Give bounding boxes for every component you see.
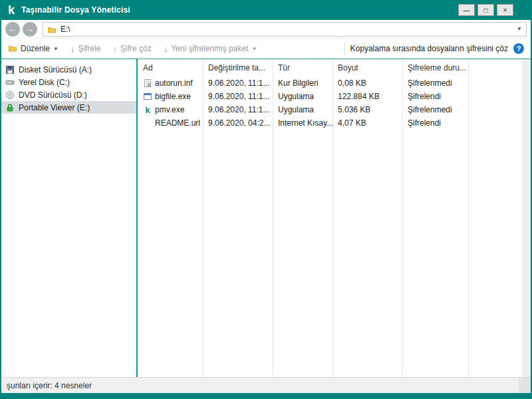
package-arrow-icon: ↓ [164,45,168,53]
main-area: Disket Sürücüsü (A:) Yerel Disk (C:) DVD… [1,59,531,377]
file-modified: 9.06.2020, 11:1... [203,78,273,88]
app-window: k Taşınabilir Dosya Yöneticisi — □ × ← →… [0,0,532,399]
file-modified: 9.06.2020, 11:1... [203,92,273,101]
file-row-bigfile[interactable]: bigfile.exe 9.06.2020, 11:1... Uygulama … [138,90,523,103]
file-name: README.url [155,118,200,128]
file-encryption-status: Şifrelenmedi [402,105,468,114]
edit-menu-button[interactable]: Düzenle ▼ [8,44,59,53]
chevron-down-icon: ▼ [251,46,257,52]
hard-disk-icon [5,78,15,87]
file-name-cell: autorun.inf [138,78,203,88]
file-name: bigfile.exe [155,92,191,101]
file-name: autorun.inf [155,78,193,88]
minimize-button[interactable]: — [458,4,475,16]
file-encryption-status: Şifrelenmedi [402,78,468,88]
file-type: Uygulama [273,105,332,114]
kaspersky-logo-icon: k [8,4,15,16]
sidebar-item-dvd-d[interactable]: DVD Sürücüsü (D:) [1,88,136,101]
sidebar-item-label: Portable Viewer (E:) [19,103,90,112]
file-name-cell: bigfile.exe [138,92,203,101]
address-path: E:\ [61,25,70,34]
file-size: 4,07 KB [332,118,402,128]
inf-file-icon [143,78,152,88]
file-encryption-status: Şifrelendi [402,92,468,101]
encrypt-arrow-icon: ↓ [70,45,75,53]
file-row-autorun[interactable]: autorun.inf 9.06.2020, 11:1... Kur Bilgi… [138,76,523,90]
file-size: 0,08 KB [332,78,402,88]
file-type: Internet Kısay... [273,118,332,128]
new-encrypted-package-button[interactable]: ↓ Yeni şifrelenmiş paket ▼ [164,44,257,53]
decrypt-arrow-icon: ↑ [112,45,117,53]
file-name-cell: k pmv.exe [138,105,203,114]
file-row-pmv[interactable]: k pmv.exe 9.06.2020, 11:1... Uygulama 5.… [138,103,523,116]
address-dropdown-icon[interactable]: ▼ [517,26,522,32]
file-size: 122.884 KB [332,92,402,101]
dvd-drive-icon [5,90,15,100]
edit-menu-label: Düzenle [21,44,50,53]
sidebar-item-portable-e[interactable]: Portable Viewer (E:) [1,101,136,114]
kaspersky-app-icon: k [143,106,152,114]
encrypt-button[interactable]: ↓ Şifrele [70,44,101,53]
sidebar-item-label: DVD Sürücüsü (D:) [19,90,87,100]
close-button[interactable]: × [497,4,513,16]
file-size: 5.036 KB [332,105,402,114]
toolbar-separator [344,42,345,55]
help-icon[interactable]: ? [513,43,524,54]
status-bar: şunları içerir: 4 nesneler [1,377,531,393]
decrypt-button[interactable]: ↑ Şifre çöz [112,44,151,53]
file-modified: 9.06.2020, 04:2... [203,118,273,128]
file-list-header: Ad Değiştirilme ta... Tür Boyut Şifrelem… [138,59,523,76]
folder-icon [8,44,17,53]
resize-grip[interactable] [519,378,531,393]
sidebar-item-label: Disket Sürücüsü (A:) [19,65,92,74]
lock-icon [5,103,15,112]
toolbar: Düzenle ▼ ↓ Şifrele ↑ Şifre çöz ↓ Yeni ş… [1,39,531,59]
column-header-size[interactable]: Boyut [332,63,402,72]
column-header-encryption[interactable]: Şifreleme duru... [402,63,468,72]
toolbar-right-group: Kopyalama sırasında dosyaların şifresini… [344,42,524,55]
new-encrypted-package-label: Yeni şifrelenmiş paket [171,44,248,53]
file-type: Kur Bilgileri [273,78,332,88]
column-header-name[interactable]: Ad [138,63,203,72]
file-row-readme[interactable]: README.url 9.06.2020, 04:2... Internet K… [138,116,523,130]
window-controls: — □ × [458,4,513,16]
file-name: pmv.exe [155,105,184,114]
titlebar: k Taşınabilir Dosya Yöneticisi — □ × [1,0,531,20]
sidebar-item-local-c[interactable]: Yerel Disk (C:) [1,76,136,88]
vertical-scrollbar[interactable] [523,59,531,377]
back-button[interactable]: ← [5,22,20,37]
file-type: Uygulama [273,92,332,101]
file-list: Ad Değiştirilme ta... Tür Boyut Şifrelem… [138,59,523,377]
window-title: Taşınabilir Dosya Yöneticisi [21,5,130,15]
sidebar-item-floppy-a[interactable]: Disket Sürücüsü (A:) [1,63,136,76]
floppy-drive-icon [5,65,15,74]
url-file-icon [143,118,152,128]
file-name-cell: README.url [138,118,203,128]
status-text: şunları içerir: 4 nesneler [7,381,92,390]
drive-folder-icon [47,25,57,34]
address-bar[interactable]: E:\ ▼ [43,22,527,37]
column-header-type[interactable]: Tür [273,63,332,72]
column-header-modified[interactable]: Değiştirilme ta... [203,63,273,72]
navigation-bar: ← → E:\ ▼ [1,20,531,39]
forward-button[interactable]: → [23,22,37,37]
exe-file-icon [143,92,152,101]
decrypt-label: Şifre çöz [120,44,152,53]
drive-tree: Disket Sürücüsü (A:) Yerel Disk (C:) DVD… [1,59,136,377]
chevron-down-icon: ▼ [53,46,59,52]
sidebar-item-label: Yerel Disk (C:) [19,78,70,87]
decrypt-on-copy-label: Kopyalama sırasında dosyaların şifresini… [350,44,508,53]
file-modified: 9.06.2020, 11:1... [203,105,273,114]
maximize-button[interactable]: □ [477,4,494,16]
file-encryption-status: Şifrelendi [402,118,468,128]
encrypt-label: Şifrele [78,44,100,53]
